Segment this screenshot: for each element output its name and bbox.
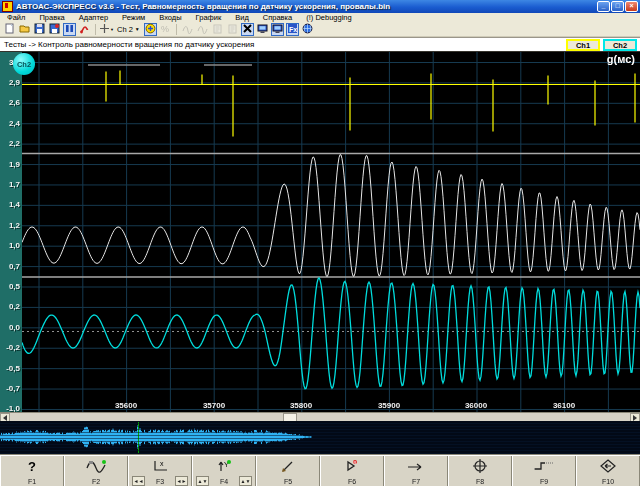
x-tick-label: 36100 xyxy=(553,401,575,410)
fkey-label: F1 xyxy=(1,478,63,485)
axis-unit-label: g(мс) xyxy=(607,53,635,65)
right-arrow-icon xyxy=(633,415,637,421)
sheet-icon xyxy=(227,20,238,38)
chevron-down-icon: ▼ xyxy=(110,27,114,32)
sheet-icon xyxy=(212,20,223,38)
toolbar-close-view-button[interactable] xyxy=(241,23,254,36)
fkey-f4-button[interactable]: YF4▲▼▲▼ xyxy=(192,456,256,486)
curve-icon xyxy=(197,20,208,38)
sync-step-icon xyxy=(533,458,555,474)
y-tick-label: 2,6 xyxy=(0,98,20,107)
svg-text:?: ? xyxy=(28,459,36,473)
y-tick-label: 0,7 xyxy=(0,262,20,271)
window-title: АВТОАС-ЭКСПРЕСС v3.6 - Тест, Равномернос… xyxy=(16,2,596,11)
zoom-y-button[interactable]: ▲▼ xyxy=(196,476,209,486)
toolbar-cursor-b-button xyxy=(196,23,209,36)
crosshair-target-icon xyxy=(471,458,489,474)
y-tick-label: 0,5 xyxy=(0,282,20,291)
clear-broom-icon xyxy=(279,458,297,474)
help-question-icon: ? xyxy=(24,458,40,474)
maximize-button[interactable]: □ xyxy=(611,1,624,12)
folder-icon xyxy=(19,20,30,38)
x-tick-label: 35600 xyxy=(115,401,137,410)
toolbar-cursor-a-button xyxy=(181,23,194,36)
globe-icon xyxy=(302,20,313,38)
y-tick-label: -0,2 xyxy=(0,343,20,352)
fkey-f9-button[interactable]: F9 xyxy=(512,456,576,486)
monitor-icon xyxy=(257,20,268,38)
toolbar-separator xyxy=(176,24,177,35)
toolbar-paste-button xyxy=(226,23,239,36)
red-flag-icon xyxy=(79,20,90,38)
record-play-icon: R xyxy=(343,458,361,474)
sync-yellow-icon xyxy=(145,20,156,38)
y-tick-label: -0,7 xyxy=(0,384,20,393)
fkey-label: F8 xyxy=(449,478,511,485)
x-scale-icon: x xyxy=(151,458,169,474)
y-tick-label: -1,0 xyxy=(0,404,20,412)
title-bar: АВТОАС-ЭКСПРЕСС v3.6 - Тест, Равномернос… xyxy=(0,0,640,13)
toolbar-copy-button xyxy=(211,23,224,36)
close-button[interactable]: × xyxy=(625,1,638,12)
toolbar-open-button[interactable] xyxy=(18,23,31,36)
y-tick-label: 2,2 xyxy=(0,139,20,148)
left-arrow-icon xyxy=(3,415,7,421)
fkey-f2-button[interactable]: F2 xyxy=(64,456,128,486)
fkey-label: F10 xyxy=(577,478,639,485)
fkey-f1-button[interactable]: ?F1 xyxy=(0,456,64,486)
toolbar-panel-graph-button[interactable] xyxy=(256,23,269,36)
toolbar-separator xyxy=(95,24,96,35)
toolbar-pause-button[interactable] xyxy=(63,23,76,36)
fx-icon: Fx xyxy=(287,20,298,38)
fkey-f10-button[interactable]: F10 xyxy=(576,456,640,486)
channel-ch1-button[interactable]: Ch1 xyxy=(566,39,600,51)
y-scale-icon: Y xyxy=(215,458,233,474)
horizontal-scrollbar[interactable] xyxy=(0,412,640,421)
overview-canvas[interactable] xyxy=(0,421,640,454)
toolbar-channel-combo[interactable]: Ch 2▼ xyxy=(115,23,142,36)
fkey-f5-button[interactable]: F5 xyxy=(256,456,320,486)
signal-settings-icon xyxy=(85,458,107,474)
chevron-down-icon: ▼ xyxy=(135,26,140,32)
toolbar-panel-scope-button[interactable] xyxy=(271,23,284,36)
svg-text:R: R xyxy=(354,460,357,465)
fkey-label: F5 xyxy=(257,478,319,485)
toolbar-save-button[interactable] xyxy=(33,23,46,36)
crosshair-icon xyxy=(99,20,110,38)
x-tick-label: 35800 xyxy=(290,401,312,410)
toolbar-new-button[interactable] xyxy=(3,23,16,36)
fkey-f7-button[interactable]: F7 xyxy=(384,456,448,486)
zoom-x-in-button[interactable]: ◄► xyxy=(175,476,188,486)
fkey-label: F7 xyxy=(385,478,447,485)
fkey-f8-button[interactable]: F8 xyxy=(448,456,512,486)
y-tick-label: -0,5 xyxy=(0,364,20,373)
toolbar-stop-marker-button[interactable] xyxy=(78,23,91,36)
channel-ch2-button[interactable]: Ch2 xyxy=(603,39,637,51)
toolbar-probe-select-button[interactable]: ▼ xyxy=(100,23,113,36)
svg-text:Fx: Fx xyxy=(289,26,297,33)
monitor-icon xyxy=(272,20,283,38)
channel-combo-value: Ch 2 xyxy=(117,25,133,34)
floppy-icon xyxy=(34,20,45,38)
fkey-label: F2 xyxy=(65,478,127,485)
toolbar-save-marked-button[interactable] xyxy=(48,23,61,36)
minimize-button[interactable]: _ xyxy=(597,1,610,12)
y-tick-label: 1,0 xyxy=(0,241,20,250)
zoom-y-spin-button[interactable]: ▲▼ xyxy=(239,476,252,486)
toolbar-fx-panel-button[interactable]: Fx xyxy=(286,23,299,36)
percent-icon: % xyxy=(160,20,171,38)
zoom-x-out-button[interactable]: ◄◄ xyxy=(132,476,145,486)
y-tick-label: 1,4 xyxy=(0,200,20,209)
x-tick-label: 35700 xyxy=(203,401,225,410)
fkey-f3-button[interactable]: xF3◄◄◄► xyxy=(128,456,192,486)
overview-strip[interactable] xyxy=(0,421,640,455)
fkey-f6-button[interactable]: RF6 xyxy=(320,456,384,486)
oscilloscope-plot[interactable]: 3,12,92,62,42,21,91,71,41,21,00,70,50,20… xyxy=(0,52,640,412)
curve-icon xyxy=(182,20,193,38)
toolbar-auto-setup-button[interactable] xyxy=(144,23,157,36)
toolbar-help-button[interactable] xyxy=(301,23,314,36)
y-tick-label: 1,7 xyxy=(0,180,20,189)
ch2-channel-badge[interactable]: Ch2 xyxy=(13,53,35,75)
waveform-canvas[interactable] xyxy=(22,52,640,412)
y-tick-label: 1,2 xyxy=(0,221,20,230)
